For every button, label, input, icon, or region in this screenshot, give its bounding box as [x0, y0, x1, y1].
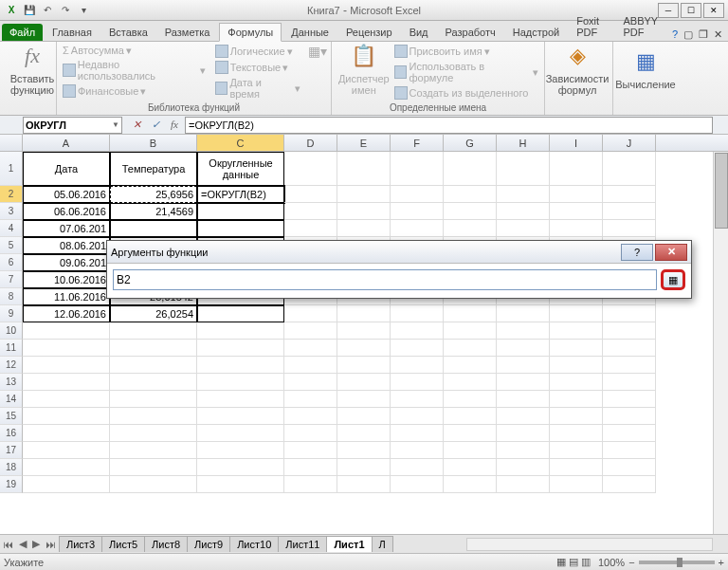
argument-input[interactable]	[113, 269, 657, 290]
cell[interactable]	[197, 442, 284, 459]
cell[interactable]	[337, 220, 391, 237]
cell[interactable]	[110, 374, 197, 391]
cell[interactable]	[337, 186, 391, 203]
zoom-in-icon[interactable]: +	[719, 557, 724, 568]
row-header[interactable]: 8	[0, 288, 23, 305]
col-header-C[interactable]: C	[197, 135, 284, 151]
zoom-out-icon[interactable]: −	[628, 557, 634, 568]
cell[interactable]: 21,4569	[110, 203, 197, 220]
cell[interactable]	[284, 425, 337, 442]
cell[interactable]	[391, 220, 444, 237]
cancel-formula-icon[interactable]: ✕	[128, 119, 145, 131]
cell[interactable]	[497, 305, 550, 322]
insert-function-button[interactable]: fx Вставить функцию	[4, 44, 61, 97]
sheet-tab[interactable]: Лист9	[187, 536, 230, 552]
cell[interactable]	[550, 220, 603, 237]
cell[interactable]	[603, 391, 656, 408]
row-header[interactable]: 18	[0, 459, 23, 476]
cell[interactable]	[284, 186, 337, 203]
cell[interactable]	[497, 340, 550, 357]
cell[interactable]	[497, 391, 550, 408]
cell[interactable]	[550, 203, 603, 220]
sheet-tab[interactable]: Лист8	[144, 536, 188, 552]
dialog-help-button[interactable]: ?	[621, 244, 653, 261]
tab-formulas[interactable]: Формулы	[219, 23, 282, 42]
cell[interactable]	[603, 203, 656, 220]
cell[interactable]	[444, 203, 497, 220]
redo-icon[interactable]: ↷	[58, 3, 73, 18]
cell[interactable]	[284, 459, 337, 476]
cell[interactable]	[497, 220, 550, 237]
zoom-slider[interactable]	[639, 561, 715, 564]
sheet-nav-prev-icon[interactable]: ◀	[16, 538, 29, 550]
cell[interactable]: Дата	[23, 152, 110, 186]
cell[interactable]: Округленные данные	[197, 152, 284, 186]
undo-icon[interactable]: ↶	[40, 3, 55, 18]
cell[interactable]	[197, 357, 284, 374]
cell[interactable]	[284, 340, 337, 357]
row-header[interactable]: 19	[0, 476, 23, 493]
cell[interactable]	[603, 408, 656, 425]
cell[interactable]	[497, 203, 550, 220]
cell[interactable]	[497, 425, 550, 442]
cell[interactable]	[337, 442, 391, 459]
cell[interactable]	[603, 305, 656, 322]
use-in-formula-button[interactable]: Использовать в формуле ▾	[392, 60, 540, 84]
row-header[interactable]: 4	[0, 220, 23, 237]
cell[interactable]	[497, 322, 550, 340]
cell[interactable]	[603, 425, 656, 442]
row-header[interactable]: 1	[0, 152, 23, 186]
cell[interactable]	[284, 476, 337, 493]
cell[interactable]	[550, 476, 603, 493]
row-header[interactable]: 9	[0, 305, 23, 322]
tab-layout[interactable]: Разметка	[157, 24, 218, 41]
sheet-nav-first-icon[interactable]: ⏮	[0, 539, 16, 550]
cell[interactable]	[337, 305, 391, 322]
cell[interactable]	[284, 203, 337, 220]
cell[interactable]	[284, 152, 337, 186]
tab-home[interactable]: Главная	[45, 24, 100, 41]
cell[interactable]	[497, 408, 550, 425]
cell[interactable]	[550, 459, 603, 476]
col-header-J[interactable]: J	[603, 135, 656, 151]
doc-restore-icon[interactable]: ❐	[699, 28, 708, 41]
cell[interactable]	[337, 374, 391, 391]
cell[interactable]: 12.06.2016	[23, 305, 110, 322]
cell[interactable]	[497, 442, 550, 459]
tab-insert[interactable]: Вставка	[101, 24, 155, 41]
cell[interactable]	[391, 374, 444, 391]
cell[interactable]	[110, 322, 197, 340]
cell[interactable]	[23, 476, 110, 493]
cell[interactable]	[444, 408, 497, 425]
cell[interactable]: 11.06.2016	[23, 288, 110, 305]
view-layout-icon[interactable]: ▤	[569, 556, 578, 568]
fx-icon[interactable]: fx	[166, 119, 183, 131]
select-all-corner[interactable]	[0, 135, 23, 151]
cell[interactable]	[444, 442, 497, 459]
cell[interactable]	[444, 322, 497, 340]
cell[interactable]	[550, 374, 603, 391]
spreadsheet-grid[interactable]: A B C D E F G H I J 1 Дата Температура О…	[0, 135, 728, 534]
cell[interactable]	[391, 459, 444, 476]
tab-developer[interactable]: Разработч	[438, 24, 503, 41]
cell[interactable]	[550, 408, 603, 425]
sheet-tab[interactable]: Л	[372, 536, 393, 552]
cell[interactable]	[391, 186, 444, 203]
cell[interactable]	[23, 357, 110, 374]
save-icon[interactable]: 💾	[22, 3, 37, 18]
cell[interactable]	[284, 374, 337, 391]
cell[interactable]: 07.06.201	[23, 220, 110, 237]
cell[interactable]	[550, 425, 603, 442]
cell[interactable]	[110, 391, 197, 408]
cell[interactable]	[23, 391, 110, 408]
view-pagebreak-icon[interactable]: ▥	[581, 556, 591, 568]
row-header[interactable]: 7	[0, 271, 23, 288]
cell[interactable]	[497, 459, 550, 476]
row-header[interactable]: 5	[0, 237, 23, 254]
row-header[interactable]: 17	[0, 442, 23, 459]
cell[interactable]	[284, 408, 337, 425]
tab-file[interactable]: Файл	[2, 24, 43, 41]
cell[interactable]	[603, 340, 656, 357]
help-icon[interactable]: ?	[672, 28, 678, 41]
cell[interactable]	[337, 357, 391, 374]
